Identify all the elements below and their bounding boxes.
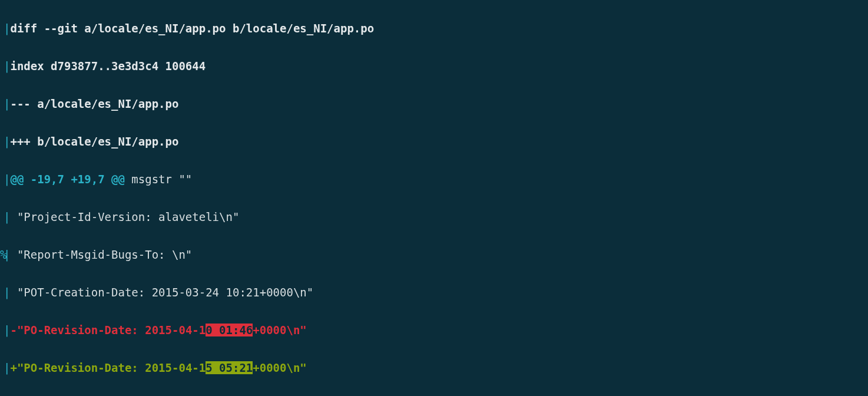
added-line: |+"PO-Revision-Date: 2015-04-15 05:21+00… xyxy=(0,358,868,377)
diff-header: diff --git a/locale/es_NI/app.po b/local… xyxy=(10,22,374,35)
pipe-char: | xyxy=(4,135,10,148)
hunk-context: msgstr "" xyxy=(125,173,192,186)
plus-sign: + xyxy=(10,361,16,374)
context-text: "Project-Id-Version: alaveteli\n" xyxy=(10,210,239,223)
index-line: |index d793877..3e3d3c4 100644 xyxy=(0,57,868,75)
pipe-char: | xyxy=(4,210,10,223)
hunk-range: @@ -19,7 +19,7 @@ xyxy=(10,173,124,186)
removed-line: |-"PO-Revision-Date: 2015-04-10 01:46+00… xyxy=(0,321,868,339)
pipe-char: | xyxy=(4,248,10,261)
pipe-char: | xyxy=(4,324,10,336)
pipe-char: | xyxy=(4,22,10,35)
new-file: +++ b/locale/es_NI/app.po xyxy=(10,135,178,148)
old-file-line: |--- a/locale/es_NI/app.po xyxy=(0,94,868,113)
added-text: +0000\n" xyxy=(253,361,307,374)
pipe-char: | xyxy=(4,60,10,72)
removed-word-highlight: 0 01:46 xyxy=(206,324,253,336)
context-text: "Report-Msgid-Bugs-To: \n" xyxy=(10,248,192,261)
hunk-header-line: |@@ -19,7 +19,7 @@ msgstr "" xyxy=(0,170,868,189)
old-file: --- a/locale/es_NI/app.po xyxy=(10,97,178,110)
added-text: "PO-Revision-Date: 2015-04-1 xyxy=(17,361,206,374)
context-line: | "Project-Id-Version: alaveteli\n" xyxy=(0,207,868,226)
pipe-char: | xyxy=(4,97,10,110)
added-word-highlight: 5 05:21 xyxy=(206,361,253,374)
pipe-char: | xyxy=(4,173,10,186)
index-text: index d793877..3e3d3c4 100644 xyxy=(10,60,206,72)
minus-sign: - xyxy=(10,324,16,336)
pipe-char: | xyxy=(4,286,10,299)
pipe-char: | xyxy=(4,361,10,374)
removed-text: "PO-Revision-Date: 2015-04-1 xyxy=(17,324,206,336)
new-file-line: |+++ b/locale/es_NI/app.po xyxy=(0,132,868,151)
removed-text: +0000\n" xyxy=(253,324,307,336)
context-line: %| "Report-Msgid-Bugs-To: \n" xyxy=(0,245,868,264)
terminal-output: |diff --git a/locale/es_NI/app.po b/loca… xyxy=(0,0,868,396)
context-line: | "POT-Creation-Date: 2015-03-24 10:21+0… xyxy=(0,283,868,302)
context-text: "POT-Creation-Date: 2015-03-24 10:21+000… xyxy=(10,286,313,299)
diff-header-line: |diff --git a/locale/es_NI/app.po b/loca… xyxy=(0,19,868,38)
